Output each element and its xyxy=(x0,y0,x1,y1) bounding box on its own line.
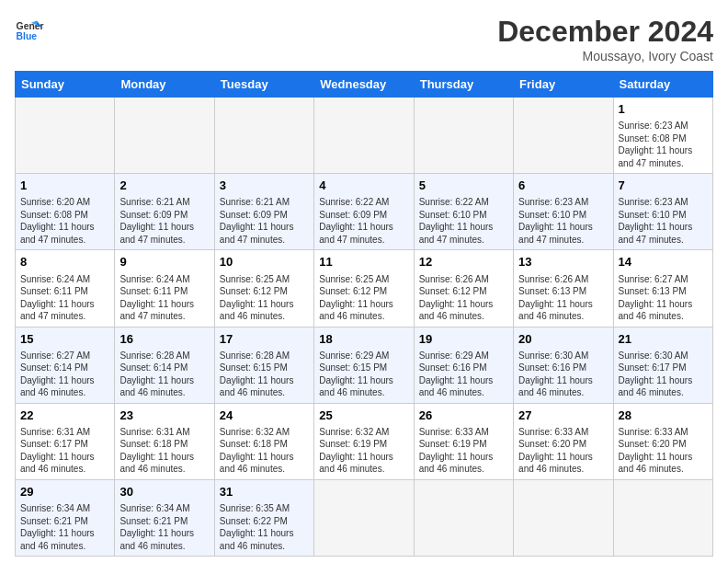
calendar-week-3: 8Sunrise: 6:24 AMSunset: 6:11 PMDaylight… xyxy=(16,250,713,327)
day-header-friday: Friday xyxy=(514,72,613,98)
location-subtitle: Moussayo, Ivory Coast xyxy=(497,49,713,63)
day-info: Sunrise: 6:21 AMSunset: 6:09 PMDaylight:… xyxy=(220,196,309,246)
calendar-cell: 13Sunrise: 6:26 AMSunset: 6:13 PMDayligh… xyxy=(514,250,613,327)
calendar-cell: 5Sunrise: 6:22 AMSunset: 6:10 PMDaylight… xyxy=(414,174,513,250)
calendar-cell: 2Sunrise: 6:21 AMSunset: 6:09 PMDaylight… xyxy=(115,174,214,250)
day-info: Sunrise: 6:31 AMSunset: 6:18 PMDaylight:… xyxy=(119,426,209,476)
calendar-cell xyxy=(514,479,613,556)
day-header-sunday: Sunday xyxy=(16,72,115,98)
day-number: 8 xyxy=(20,254,109,270)
day-number: 12 xyxy=(419,254,508,270)
day-header-tuesday: Tuesday xyxy=(214,72,313,98)
day-number: 11 xyxy=(319,254,408,270)
month-title: December 2024 xyxy=(497,15,713,49)
day-info: Sunrise: 6:20 AMSunset: 6:08 PMDaylight:… xyxy=(20,196,109,246)
day-info: Sunrise: 6:29 AMSunset: 6:16 PMDaylight:… xyxy=(419,350,508,399)
calendar-week-1: 1Sunrise: 6:23 AMSunset: 6:08 PMDaylight… xyxy=(16,98,713,174)
day-info: Sunrise: 6:28 AMSunset: 6:15 PMDaylight:… xyxy=(220,350,309,399)
calendar-cell: 19Sunrise: 6:29 AMSunset: 6:16 PMDayligh… xyxy=(414,327,513,403)
day-info: Sunrise: 6:33 AMSunset: 6:20 PMDaylight:… xyxy=(518,426,608,476)
calendar-cell: 27Sunrise: 6:33 AMSunset: 6:20 PMDayligh… xyxy=(514,403,613,479)
day-header-saturday: Saturday xyxy=(613,72,712,98)
calendar-cell xyxy=(314,98,414,174)
day-number: 19 xyxy=(419,331,508,348)
day-number: 29 xyxy=(20,484,109,500)
day-info: Sunrise: 6:27 AMSunset: 6:13 PMDaylight:… xyxy=(619,273,708,323)
title-block: December 2024 Moussayo, Ivory Coast xyxy=(497,15,713,63)
day-info: Sunrise: 6:32 AMSunset: 6:18 PMDaylight:… xyxy=(220,426,309,476)
days-of-week-row: SundayMondayTuesdayWednesdayThursdayFrid… xyxy=(16,72,713,98)
calendar-cell: 3Sunrise: 6:21 AMSunset: 6:09 PMDaylight… xyxy=(214,174,313,250)
day-info: Sunrise: 6:29 AMSunset: 6:15 PMDaylight:… xyxy=(319,350,408,399)
calendar-cell: 1Sunrise: 6:23 AMSunset: 6:08 PMDaylight… xyxy=(613,98,712,174)
day-number: 25 xyxy=(319,408,408,424)
day-number: 22 xyxy=(20,408,109,424)
calendar-cell: 7Sunrise: 6:23 AMSunset: 6:10 PMDaylight… xyxy=(613,174,712,250)
day-info: Sunrise: 6:33 AMSunset: 6:20 PMDaylight:… xyxy=(619,426,708,476)
day-info: Sunrise: 6:30 AMSunset: 6:17 PMDaylight:… xyxy=(619,350,708,399)
day-number: 4 xyxy=(319,178,408,194)
day-number: 5 xyxy=(419,178,508,194)
day-info: Sunrise: 6:34 AMSunset: 6:21 PMDaylight:… xyxy=(119,502,209,552)
day-info: Sunrise: 6:23 AMSunset: 6:08 PMDaylight:… xyxy=(619,120,708,169)
day-info: Sunrise: 6:27 AMSunset: 6:14 PMDaylight:… xyxy=(20,350,109,399)
calendar-cell xyxy=(514,98,613,174)
calendar-cell: 12Sunrise: 6:26 AMSunset: 6:12 PMDayligh… xyxy=(414,250,513,327)
calendar-cell: 1Sunrise: 6:20 AMSunset: 6:08 PMDaylight… xyxy=(16,174,115,250)
day-number: 14 xyxy=(619,254,708,270)
day-info: Sunrise: 6:25 AMSunset: 6:12 PMDaylight:… xyxy=(220,273,309,323)
day-info: Sunrise: 6:31 AMSunset: 6:17 PMDaylight:… xyxy=(20,426,109,476)
calendar-week-5: 22Sunrise: 6:31 AMSunset: 6:17 PMDayligh… xyxy=(16,403,713,479)
calendar-cell xyxy=(115,98,214,174)
day-info: Sunrise: 6:23 AMSunset: 6:10 PMDaylight:… xyxy=(619,196,708,246)
calendar-cell xyxy=(414,98,513,174)
calendar-cell: 9Sunrise: 6:24 AMSunset: 6:11 PMDaylight… xyxy=(115,250,214,327)
calendar-cell xyxy=(414,479,513,556)
day-number: 17 xyxy=(220,331,309,348)
day-header-monday: Monday xyxy=(115,72,214,98)
day-number: 10 xyxy=(220,254,309,270)
day-number: 9 xyxy=(119,254,209,270)
calendar-body: 1Sunrise: 6:23 AMSunset: 6:08 PMDaylight… xyxy=(16,98,713,557)
day-info: Sunrise: 6:22 AMSunset: 6:10 PMDaylight:… xyxy=(419,196,508,246)
day-number: 6 xyxy=(518,178,608,194)
calendar-cell: 8Sunrise: 6:24 AMSunset: 6:11 PMDaylight… xyxy=(16,250,115,327)
calendar-cell: 25Sunrise: 6:32 AMSunset: 6:19 PMDayligh… xyxy=(314,403,414,479)
day-info: Sunrise: 6:30 AMSunset: 6:16 PMDaylight:… xyxy=(518,350,608,399)
day-number: 18 xyxy=(319,331,408,348)
day-info: Sunrise: 6:28 AMSunset: 6:14 PMDaylight:… xyxy=(119,350,209,399)
day-number: 7 xyxy=(619,178,708,194)
calendar-cell: 21Sunrise: 6:30 AMSunset: 6:17 PMDayligh… xyxy=(613,327,712,403)
day-info: Sunrise: 6:35 AMSunset: 6:22 PMDaylight:… xyxy=(220,502,309,552)
day-number: 21 xyxy=(619,331,708,348)
calendar-cell: 11Sunrise: 6:25 AMSunset: 6:12 PMDayligh… xyxy=(314,250,414,327)
day-info: Sunrise: 6:32 AMSunset: 6:19 PMDaylight:… xyxy=(319,426,408,476)
day-number: 13 xyxy=(518,254,608,270)
day-info: Sunrise: 6:23 AMSunset: 6:10 PMDaylight:… xyxy=(518,196,608,246)
calendar-cell xyxy=(613,479,712,556)
calendar-cell: 14Sunrise: 6:27 AMSunset: 6:13 PMDayligh… xyxy=(613,250,712,327)
logo: General Blue xyxy=(15,15,44,44)
calendar-cell: 30Sunrise: 6:34 AMSunset: 6:21 PMDayligh… xyxy=(115,479,214,556)
calendar-cell xyxy=(314,479,414,556)
calendar-week-6: 29Sunrise: 6:34 AMSunset: 6:21 PMDayligh… xyxy=(16,479,713,556)
calendar-cell: 23Sunrise: 6:31 AMSunset: 6:18 PMDayligh… xyxy=(115,403,214,479)
day-number: 27 xyxy=(518,408,608,424)
calendar-header: SundayMondayTuesdayWednesdayThursdayFrid… xyxy=(16,72,713,98)
day-number: 3 xyxy=(220,178,309,194)
day-info: Sunrise: 6:24 AMSunset: 6:11 PMDaylight:… xyxy=(20,273,109,323)
calendar-cell: 31Sunrise: 6:35 AMSunset: 6:22 PMDayligh… xyxy=(214,479,313,556)
day-info: Sunrise: 6:33 AMSunset: 6:19 PMDaylight:… xyxy=(419,426,508,476)
day-info: Sunrise: 6:26 AMSunset: 6:12 PMDaylight:… xyxy=(419,273,508,323)
day-number: 15 xyxy=(20,331,109,348)
day-info: Sunrise: 6:34 AMSunset: 6:21 PMDaylight:… xyxy=(20,502,109,552)
day-header-wednesday: Wednesday xyxy=(314,72,414,98)
day-number: 31 xyxy=(220,484,309,500)
day-info: Sunrise: 6:26 AMSunset: 6:13 PMDaylight:… xyxy=(518,273,608,323)
day-header-thursday: Thursday xyxy=(414,72,513,98)
calendar-cell: 28Sunrise: 6:33 AMSunset: 6:20 PMDayligh… xyxy=(613,403,712,479)
day-number: 26 xyxy=(419,408,508,424)
calendar-cell: 15Sunrise: 6:27 AMSunset: 6:14 PMDayligh… xyxy=(16,327,115,403)
page-header: General Blue December 2024 Moussayo, Ivo… xyxy=(15,15,713,63)
calendar-cell: 24Sunrise: 6:32 AMSunset: 6:18 PMDayligh… xyxy=(214,403,313,479)
